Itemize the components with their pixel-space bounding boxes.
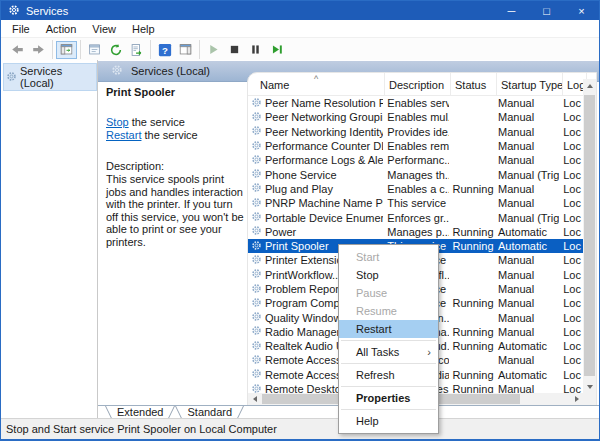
service-name-cell: Phone Service [248, 167, 383, 181]
cell-text: Loc [563, 111, 581, 123]
show-console-tree-icon[interactable] [56, 41, 77, 59]
table-row[interactable]: Portable Device Enumerator...Enforces gr… [248, 210, 583, 224]
menu-item-label: Refresh [356, 369, 395, 381]
close-button[interactable]: × [564, 1, 599, 20]
back-icon[interactable] [7, 41, 28, 59]
scroll-down-icon[interactable] [583, 380, 596, 393]
status-cell: Running [449, 225, 494, 239]
vertical-scroll-thumb[interactable] [584, 95, 595, 376]
cell-text: Loc [563, 340, 581, 352]
menu-file[interactable]: File [4, 22, 38, 36]
service-gear-icon [251, 197, 262, 210]
column-header-name[interactable]: Name^ [248, 73, 385, 95]
description-cell: Enables a c... [383, 182, 448, 196]
context-menu-item-stop[interactable]: Stop [339, 266, 438, 284]
cell-text: Manual [498, 197, 534, 209]
scroll-left-icon[interactable] [248, 393, 261, 405]
table-row[interactable]: Peer Name Resolution Prot...Enables serv… [248, 96, 583, 110]
menu-help[interactable]: Help [124, 22, 163, 36]
context-menu-item-properties[interactable]: Properties [339, 389, 438, 407]
scrollbar-corner [583, 393, 596, 405]
toolbar-group [200, 40, 290, 59]
vertical-scrollbar[interactable] [583, 79, 596, 393]
cell-text: Running [453, 297, 494, 309]
menu-view[interactable]: View [84, 22, 124, 36]
cell-text: Enables serv... [387, 97, 448, 109]
description-cell: Performanc... [383, 153, 448, 167]
service-gear-icon [251, 297, 262, 310]
restart-service-link[interactable]: Restart [106, 129, 141, 141]
stop-service-link[interactable]: Stop [106, 116, 129, 128]
cell-text: PNRP Machine Name Publi... [265, 197, 383, 209]
table-row[interactable]: Performance Logs & AlertsPerformanc...Ma… [248, 153, 583, 167]
service-name-cell: Performance Counter DLL ... [248, 139, 383, 153]
startup-type-cell: Manual [494, 196, 559, 210]
show-action-pane-icon[interactable] [175, 41, 196, 59]
help-icon[interactable]: ? [154, 41, 175, 59]
stop-service-icon[interactable] [224, 41, 245, 59]
table-row[interactable]: Performance Counter DLL ...Enables rem..… [248, 139, 583, 153]
status-cell [449, 353, 494, 367]
table-row[interactable]: Peer Networking GroupingEnables mul...Ma… [248, 110, 583, 124]
menu-action[interactable]: Action [38, 22, 85, 36]
service-gear-icon [251, 140, 262, 153]
export-list-icon[interactable] [126, 41, 147, 59]
refresh-icon[interactable] [105, 41, 126, 59]
cell-text: Loc [563, 140, 581, 152]
column-header-status[interactable]: Status [451, 73, 497, 95]
table-row[interactable]: Peer Networking Identity M...Provides id… [248, 125, 583, 139]
column-header-description[interactable]: Description [385, 73, 451, 95]
minimize-button[interactable]: ─ [494, 1, 529, 20]
forward-icon[interactable] [28, 41, 49, 59]
logon-cell: Loc [559, 353, 583, 367]
service-gear-icon [251, 97, 262, 110]
context-menu-item-help[interactable]: Help [339, 412, 438, 430]
tree-item-services-local[interactable]: Services (Local) [3, 63, 97, 91]
cell-text: Manual [498, 97, 534, 109]
title-bar: Services ─ □ × [1, 1, 599, 20]
cell-text: Portable Device Enumerator... [265, 212, 383, 224]
cell-text: Running [453, 340, 494, 352]
cell-text: Loc [563, 297, 581, 309]
menu-item-label: Resume [356, 305, 397, 317]
table-row[interactable]: Phone ServiceManages th...Manual (Trig..… [248, 167, 583, 181]
cell-text: Manual [498, 312, 534, 324]
logon-cell: Loc [559, 368, 583, 382]
cell-text: Loc [563, 197, 581, 209]
service-name-cell: Plug and Play [248, 182, 383, 196]
menu-bar: FileActionViewHelp [1, 20, 599, 38]
start-service-icon[interactable] [203, 41, 224, 59]
context-menu-item-all-tasks[interactable]: All Tasks› [339, 343, 438, 361]
status-cell [449, 268, 494, 282]
menu-item-label: Stop [356, 269, 379, 281]
table-row[interactable]: PowerManages p...RunningAutomaticLoc [248, 225, 583, 239]
toolbar-group: ? [151, 40, 200, 59]
table-row[interactable]: Plug and PlayEnables a c...RunningManual… [248, 182, 583, 196]
service-gear-icon [251, 211, 262, 224]
scroll-up-icon[interactable] [583, 79, 596, 92]
main-area: Services (Local) Services (Local) Print … [1, 60, 599, 418]
table-row[interactable]: PNRP Machine Name Publi...This service .… [248, 196, 583, 210]
column-header-label: Status [455, 79, 486, 91]
cell-text: Manual [498, 269, 534, 281]
pause-service-icon[interactable] [245, 41, 266, 59]
restart-service-text: the service [141, 129, 197, 141]
context-menu-item-restart[interactable]: Restart [339, 320, 438, 338]
menu-item-label: Properties [356, 392, 410, 404]
cell-text: Enables rem... [387, 140, 448, 152]
cell-text: Provides ide... [387, 126, 448, 138]
restart-service-icon[interactable] [266, 41, 287, 59]
logon-cell: Loc [559, 210, 583, 224]
toolbar-group [4, 40, 53, 59]
column-header-startup-type[interactable]: Startup Type [497, 73, 563, 95]
status-cell [449, 96, 494, 110]
status-cell: Running [449, 239, 494, 253]
context-menu-item-refresh[interactable]: Refresh [339, 366, 438, 384]
startup-type-cell: Manual [494, 153, 559, 167]
menu-item-label: Pause [356, 287, 387, 299]
scroll-right-icon[interactable] [570, 393, 583, 405]
maximize-button[interactable]: □ [529, 1, 564, 20]
status-cell [449, 196, 494, 210]
properties-window-icon[interactable] [84, 41, 105, 59]
cell-text: Running [453, 326, 494, 338]
